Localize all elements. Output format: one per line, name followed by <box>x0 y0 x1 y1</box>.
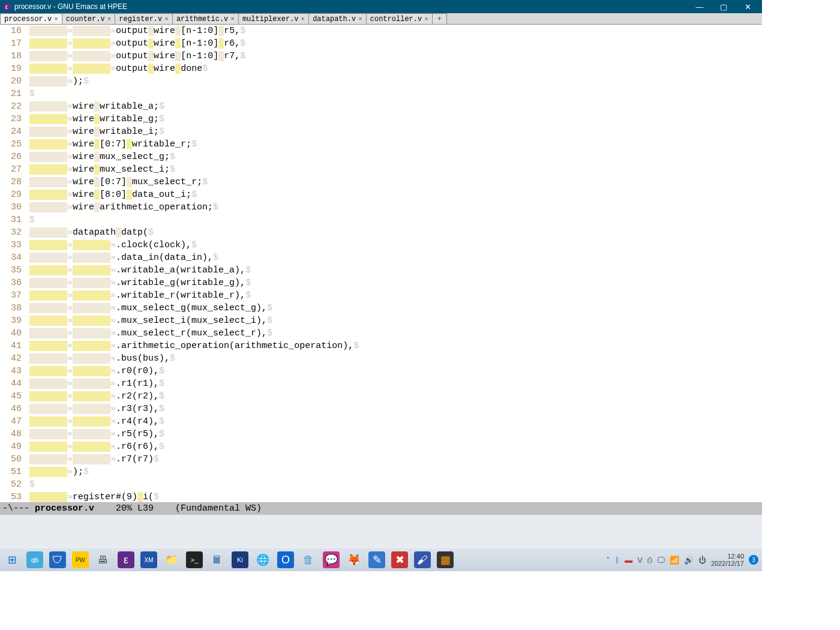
code-line[interactable]: 31 $ <box>0 214 762 226</box>
pw-icon[interactable]: PW <box>72 551 89 568</box>
tab-label: arithmetic.v <box>176 15 228 23</box>
code-line[interactable]: 49 » ».r6(r6),$ <box>0 440 762 453</box>
line-number: 53 <box>0 491 24 502</box>
code-line[interactable]: 27 »wire mux_select_i;$ <box>0 163 762 176</box>
kicad-icon[interactable]: Ki <box>232 551 248 568</box>
globe-icon[interactable]: 🌐 <box>254 551 271 568</box>
close-icon[interactable]: × <box>54 16 58 23</box>
close-icon[interactable]: × <box>301 16 305 23</box>
firefox-icon[interactable]: 🦊 <box>346 551 362 568</box>
close-icon[interactable]: × <box>358 16 362 23</box>
code-line[interactable]: 33 » ».clock(clock),$ <box>0 239 762 251</box>
maximize-button[interactable]: ▢ <box>712 2 736 11</box>
trash-icon[interactable]: 🗑 <box>300 551 317 568</box>
wifi-icon[interactable]: 📶 <box>670 556 679 565</box>
qb-icon[interactable]: qb <box>26 551 43 568</box>
new-tab-button[interactable]: + <box>432 13 447 24</box>
start-icon[interactable]: ⊞ <box>4 551 20 568</box>
display-icon[interactable]: 🖵 <box>657 556 665 565</box>
line-number: 24 <box>0 125 24 138</box>
code-line[interactable]: 23 »wire writable_g;$ <box>0 113 762 125</box>
clock-date: 2022/12/17 <box>711 560 744 567</box>
code-line[interactable]: 47 » ».r4(r4),$ <box>0 415 762 428</box>
code-line[interactable]: 22 »wire writable_a;$ <box>0 100 762 113</box>
printer-icon[interactable]: 🖶 <box>95 551 112 568</box>
line-number: 35 <box>0 264 24 277</box>
code-line[interactable]: 17 » »output wire [n-1:0] r6,$ <box>0 37 762 50</box>
code-line[interactable]: 18 » »output wire [n-1:0] r7,$ <box>0 50 762 62</box>
paint-icon[interactable]: 🖌 <box>414 551 431 568</box>
emacs-icon[interactable]: ε <box>118 551 134 568</box>
close-icon[interactable]: × <box>424 16 428 23</box>
code-line[interactable]: 30 »wire arithmetic_operation;$ <box>0 201 762 214</box>
code-line[interactable]: 52 $ <box>0 478 762 491</box>
xm-icon[interactable]: XM <box>140 551 157 568</box>
code-line[interactable]: 44 » ».r1(r1),$ <box>0 377 762 390</box>
code-text: » ».mux_select_r(mux_select_r),$ <box>24 327 272 340</box>
code-line[interactable]: 40 » ».mux_select_r(mux_select_r),$ <box>0 327 762 340</box>
code-line[interactable]: 48 » ».r5(r5),$ <box>0 428 762 440</box>
vpn-icon[interactable]: V <box>637 556 643 565</box>
discord-icon[interactable]: 💬 <box>323 551 340 568</box>
code-line[interactable]: 20 »);$ <box>0 75 762 88</box>
battery-low-icon[interactable]: ▬ <box>625 556 632 565</box>
tab-arithmetic-v[interactable]: arithmetic.v× <box>172 13 239 24</box>
code-line[interactable]: 43 » ».r0(r0),$ <box>0 365 762 377</box>
tab-datapath-v[interactable]: datapath.v× <box>308 13 367 24</box>
close-icon[interactable]: × <box>107 16 112 23</box>
code-line[interactable]: 53 »register#(9) i($ <box>0 491 762 502</box>
power-icon[interactable]: ⏻ <box>698 556 706 565</box>
bluetooth-icon[interactable]: ᛒ <box>615 556 620 565</box>
code-line[interactable]: 38 » ».mux_select_g(mux_select_g),$ <box>0 302 762 314</box>
outlook-icon[interactable]: O <box>277 551 294 568</box>
tab-label: counter.v <box>66 15 105 23</box>
close-app-icon[interactable]: ✖ <box>391 551 408 568</box>
code-line[interactable]: 46 » ».r3(r3),$ <box>0 403 762 415</box>
code-line[interactable]: 32 »datapath datp($ <box>0 226 762 239</box>
line-number: 21 <box>0 88 24 100</box>
code-line[interactable]: 16 » »output wire [n-1:0] r5,$ <box>0 25 762 37</box>
chevron-up-icon[interactable]: ˄ <box>606 556 610 565</box>
folder-icon[interactable]: 📁 <box>163 551 180 568</box>
usb-icon[interactable]: ⎙ <box>647 556 652 565</box>
notification-icon[interactable]: 3 <box>749 555 758 565</box>
edit-icon[interactable]: ✎ <box>368 551 385 568</box>
volume-icon[interactable]: 🔊 <box>684 556 694 565</box>
minimize-button[interactable]: — <box>688 2 712 11</box>
sublime-icon[interactable]: ▦ <box>437 551 454 568</box>
code-line[interactable]: 25 »wire [0:7] writable_r;$ <box>0 138 762 151</box>
code-line[interactable]: 24 »wire writable_i;$ <box>0 125 762 138</box>
code-text: » ».r5(r5),$ <box>24 428 164 440</box>
shield-icon[interactable]: 🛡 <box>49 551 66 568</box>
line-number: 39 <box>0 314 24 327</box>
tab-processor-v[interactable]: processor.v× <box>0 13 62 24</box>
clock[interactable]: 12:40 2022/12/17 <box>711 553 744 567</box>
tab-controller-v[interactable]: controller.v× <box>366 13 433 24</box>
code-line[interactable]: 28 »wire [0:7] mux_select_r;$ <box>0 176 762 188</box>
code-text: »wire writable_i;$ <box>24 125 164 138</box>
code-line[interactable]: 50 » ».r7(r7)$ <box>0 453 762 466</box>
code-line[interactable]: 37 » ».writable_r(writable_r),$ <box>0 289 762 302</box>
close-button[interactable]: ✕ <box>736 2 760 11</box>
code-line[interactable]: 26 »wire mux_select_g;$ <box>0 151 762 163</box>
line-number: 32 <box>0 226 24 239</box>
code-line[interactable]: 29 »wire [8:0] data_out_i;$ <box>0 188 762 201</box>
code-line[interactable]: 21 $ <box>0 88 762 100</box>
code-line[interactable]: 19 » »output wire done$ <box>0 62 762 75</box>
calc-icon[interactable]: 🖩 <box>209 551 226 568</box>
code-line[interactable]: 51 »);$ <box>0 466 762 478</box>
code-line[interactable]: 39 » ».mux_select_i(mux_select_i),$ <box>0 314 762 327</box>
editor-pane[interactable]: 16 » »output wire [n-1:0] r5,$17 » »outp… <box>0 25 762 502</box>
code-line[interactable]: 36 » ».writable_g(writable_g),$ <box>0 277 762 289</box>
close-icon[interactable]: × <box>164 16 169 23</box>
tab-register-v[interactable]: register.v× <box>115 13 173 24</box>
tab-counter-v[interactable]: counter.v× <box>62 13 115 24</box>
code-line[interactable]: 34 » ».data_in(data_in),$ <box>0 251 762 264</box>
code-line[interactable]: 35 » ».writable_a(writable_a),$ <box>0 264 762 277</box>
close-icon[interactable]: × <box>230 16 235 23</box>
code-line[interactable]: 42 » ».bus(bus),$ <box>0 352 762 365</box>
code-line[interactable]: 41 » ».arithmetic_operation(arithmetic_o… <box>0 340 762 352</box>
terminal-icon[interactable]: >_ <box>186 551 203 568</box>
tab-multiplexer-v[interactable]: multiplexer.v× <box>238 13 309 24</box>
code-line[interactable]: 45 » ».r2(r2),$ <box>0 390 762 403</box>
